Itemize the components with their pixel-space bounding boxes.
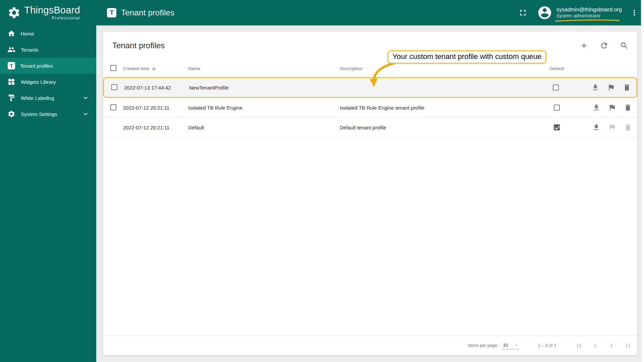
- next-page-icon[interactable]: [607, 341, 616, 350]
- sidebar-item-label: Tenants: [21, 47, 39, 53]
- user-role: System administrator: [556, 13, 622, 19]
- last-page-icon[interactable]: [623, 341, 632, 350]
- first-page-icon[interactable]: [575, 341, 584, 350]
- cell-name: Default: [188, 125, 340, 130]
- sidebar-item-system-settings[interactable]: System Settings: [0, 106, 96, 122]
- row-checkbox[interactable]: [110, 104, 116, 110]
- items-per-page-select[interactable]: 10: [502, 342, 519, 349]
- row-checkbox[interactable]: [111, 84, 117, 90]
- thingsboard-logo-icon: [7, 6, 21, 19]
- delete-icon[interactable]: [623, 83, 631, 92]
- column-header-default[interactable]: Default: [537, 66, 577, 71]
- app-root: ThingsBoard Professional Home Tenants T …: [0, 0, 644, 362]
- top-bar: T Tenant profiles sysadmin@thingsboard.o…: [96, 0, 644, 25]
- sidebar-item-label: Tenant profiles: [20, 63, 53, 69]
- account-circle-icon[interactable]: [537, 5, 552, 20]
- scrollbar[interactable]: [641, 0, 644, 362]
- sidebar-item-widgets-library[interactable]: Widgets Library: [0, 74, 96, 90]
- download-icon[interactable]: [591, 83, 599, 92]
- fullscreen-icon[interactable]: [518, 8, 528, 17]
- sidebar-nav: Home Tenants T Tenant profiles Widgets L…: [0, 25, 96, 122]
- page-title: Tenant profiles: [121, 8, 174, 17]
- dropdown-caret-icon: [515, 343, 519, 347]
- sidebar-item-label: Home: [21, 31, 34, 37]
- pagination-range: 1 – 3 of 3: [538, 343, 556, 348]
- pagination-bar: Items per page: 10 1 – 3 of 3: [103, 335, 637, 355]
- sidebar-item-white-labeling[interactable]: White Labeling: [0, 90, 96, 106]
- table-row[interactable]: 2022-07-13 17:44:42 NewTenantProfile: [103, 77, 637, 98]
- column-header-description[interactable]: Description: [340, 66, 537, 71]
- table-toolbar: [580, 41, 629, 50]
- items-per-page-label: Items per page:: [468, 343, 498, 348]
- chevron-down-icon: [82, 94, 90, 102]
- people-icon: [7, 46, 15, 54]
- main-area: T Tenant profiles sysadmin@thingsboard.o…: [96, 0, 644, 362]
- brand-logo: ThingsBoard Professional: [0, 0, 96, 25]
- annotation-underline: [554, 19, 620, 22]
- default-checkbox[interactable]: [554, 105, 560, 111]
- page-title-badge-icon: T: [107, 8, 116, 17]
- sidebar-item-tenant-profiles[interactable]: T Tenant profiles: [0, 58, 96, 74]
- sidebar-item-tenants[interactable]: Tenants: [0, 42, 96, 58]
- flag-icon[interactable]: [608, 104, 616, 112]
- brand-name: ThingsBoard: [24, 5, 80, 15]
- sidebar-item-home[interactable]: Home: [0, 25, 96, 42]
- table-row[interactable]: 2022-07-12 20:21:11 Default Default tena…: [103, 118, 637, 137]
- cell-description: Default tenant profile: [340, 125, 537, 130]
- flag-icon: [608, 123, 616, 131]
- cell-created-time: 2022-07-13 17:44:42: [124, 85, 189, 90]
- gear-icon: [7, 110, 15, 118]
- more-vert-icon[interactable]: [630, 8, 639, 17]
- download-icon[interactable]: [592, 123, 600, 131]
- tenant-profile-badge-icon: T: [8, 62, 15, 69]
- tenant-profiles-card: Tenant profiles Created time Name: [103, 32, 637, 355]
- paint-icon: [7, 94, 15, 102]
- default-checkbox[interactable]: [553, 84, 559, 90]
- search-icon[interactable]: [620, 41, 629, 50]
- chevron-down-icon: [82, 110, 90, 118]
- sidebar: ThingsBoard Professional Home Tenants T …: [0, 0, 96, 362]
- flag-icon[interactable]: [607, 83, 615, 92]
- user-info[interactable]: sysadmin@thingsboard.org System administ…: [556, 6, 622, 19]
- select-all-checkbox[interactable]: [110, 65, 116, 71]
- table-header-row: Created time Name Description Default: [103, 60, 637, 77]
- download-icon[interactable]: [592, 104, 600, 112]
- cell-name: Isolated TB Rule Engine: [188, 105, 340, 111]
- sidebar-item-label: System Settings: [21, 111, 57, 117]
- annotation-callout: Your custom tenant profile with custom q…: [387, 50, 546, 64]
- sort-desc-icon: [151, 66, 157, 71]
- card-title: Tenant profiles: [112, 41, 165, 50]
- home-icon: [7, 29, 15, 38]
- cell-created-time: 2022-07-12 20:21:11: [123, 105, 188, 111]
- column-header-created-time[interactable]: Created time: [123, 66, 188, 71]
- delete-icon: [624, 123, 632, 131]
- cell-name: NewTenantProfile: [189, 85, 341, 90]
- sidebar-item-label: White Labeling: [21, 95, 54, 101]
- refresh-icon[interactable]: [600, 41, 608, 50]
- widgets-icon: [7, 78, 15, 86]
- brand-subtitle: Professional: [52, 16, 80, 20]
- prev-page-icon[interactable]: [591, 341, 600, 350]
- delete-icon[interactable]: [624, 104, 632, 112]
- default-checkbox[interactable]: [554, 124, 560, 130]
- table-row[interactable]: 2022-07-12 20:21:11 Isolated TB Rule Eng…: [103, 98, 637, 118]
- sidebar-item-label: Widgets Library: [21, 79, 56, 85]
- user-email: sysadmin@thingsboard.org: [556, 6, 622, 13]
- column-header-name[interactable]: Name: [188, 66, 340, 71]
- add-icon[interactable]: [580, 41, 588, 50]
- cell-created-time: 2022-07-12 20:21:11: [123, 125, 188, 130]
- cell-description: Isolated TB Rule Engine tenant profile: [340, 105, 537, 111]
- content-area: Tenant profiles Created time Name: [96, 25, 644, 362]
